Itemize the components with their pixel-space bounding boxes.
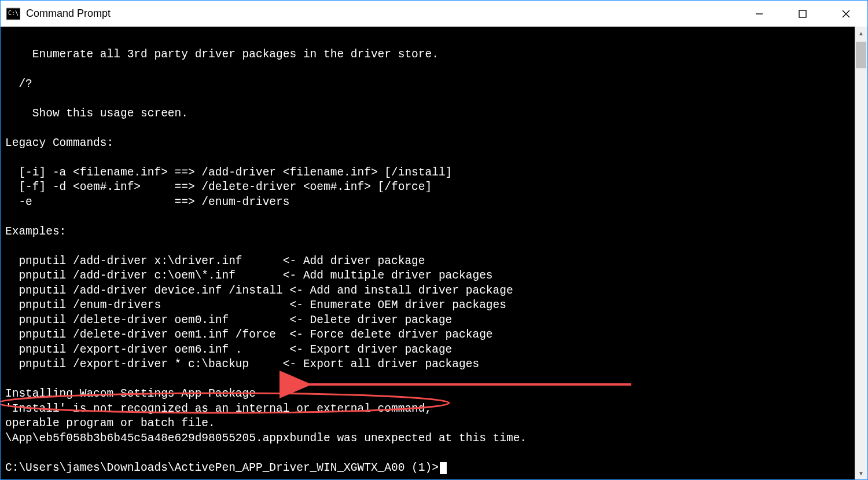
terminal-line: \App\eb5f058b3b6b45c5a48e629d98055205.ap… xyxy=(5,431,851,446)
terminal-line xyxy=(5,239,851,254)
minimize-button[interactable] xyxy=(737,1,781,27)
close-button[interactable] xyxy=(824,1,867,27)
terminal-line xyxy=(5,446,851,461)
svg-text:C:\: C:\ xyxy=(8,10,19,16)
terminal-line: pnputil /export-driver * c:\backup <- Ex… xyxy=(5,357,851,372)
terminal-line: pnputil /add-driver x:\driver.inf <- Add… xyxy=(5,254,851,269)
terminal-line: pnputil /export-driver oem6.inf . <- Exp… xyxy=(5,343,851,358)
title-bar[interactable]: C:\ Command Prompt xyxy=(1,1,867,27)
scroll-down-arrow-icon[interactable]: ▼ xyxy=(855,467,867,479)
terminal-line: pnputil /add-driver device.inf /install … xyxy=(5,284,851,299)
terminal-line xyxy=(5,372,851,387)
scroll-thumb[interactable] xyxy=(856,42,866,68)
cursor xyxy=(440,462,447,474)
terminal-line xyxy=(5,91,851,107)
terminal-line: [-i] -a <filename.inf> ==> /add-driver <… xyxy=(5,166,851,181)
terminal-line: [-f] -d <oem#.inf> ==> /delete-driver <o… xyxy=(5,180,851,195)
svg-rect-3 xyxy=(799,10,806,17)
terminal-line: Show this usage screen. xyxy=(5,107,851,122)
window-title: Command Prompt xyxy=(26,8,111,20)
terminal-line: Enumerate all 3rd party driver packages … xyxy=(5,47,851,63)
terminal-line xyxy=(5,151,851,166)
terminal-prompt-line[interactable]: C:\Users\james\Downloads\ActivePen_APP_D… xyxy=(5,461,851,476)
vertical-scrollbar[interactable]: ▲ ▼ xyxy=(855,27,867,479)
terminal-line: pnputil /enum-drivers <- Enumerate OEM d… xyxy=(5,298,851,313)
terminal-line: pnputil /delete-driver oem0.inf <- Delet… xyxy=(5,313,851,328)
cmd-app-icon: C:\ xyxy=(6,7,20,21)
terminal-line xyxy=(5,210,851,225)
terminal-line: operable program or batch file. xyxy=(5,416,851,431)
maximize-button[interactable] xyxy=(781,1,824,27)
scroll-up-arrow-icon[interactable]: ▲ xyxy=(855,27,867,39)
terminal-line: Legacy Commands: xyxy=(5,136,851,151)
terminal-line: /? xyxy=(5,77,851,92)
terminal-line: pnputil /delete-driver oem1.inf /force <… xyxy=(5,328,851,343)
terminal-line: -e ==> /enum-drivers xyxy=(5,195,851,210)
window-controls xyxy=(737,1,867,27)
terminal-line xyxy=(5,62,851,77)
terminal-line: Installing Wacom Settings App Package xyxy=(5,387,851,402)
terminal-line xyxy=(5,121,851,136)
terminal-output[interactable]: Enumerate all 3rd party driver packages … xyxy=(1,27,855,479)
command-prompt-window: C:\ Command Prompt Enumerate all 3rd par… xyxy=(0,0,868,480)
terminal-line: Examples: xyxy=(5,225,851,240)
terminal-line xyxy=(5,32,851,47)
terminal-line: pnputil /add-driver c:\oem\*.inf <- Add … xyxy=(5,269,851,284)
terminal-client-area: Enumerate all 3rd party driver packages … xyxy=(1,27,867,479)
terminal-line: 'Install' is not recognized as an intern… xyxy=(5,402,851,417)
